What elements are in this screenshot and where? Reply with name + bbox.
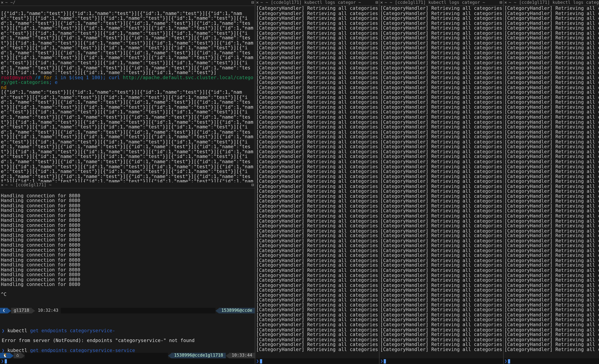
prompt-dir: /# bbox=[35, 75, 41, 80]
log-pane-3[interactable]: ✕ ~ ~ [ccde1gl171] kubectl logs categor … bbox=[503, 0, 599, 364]
port-forward-output: Handling connection for 8080 Handling co… bbox=[1, 193, 80, 287]
close-icon[interactable]: ✕ bbox=[504, 0, 507, 5]
left-column: ✕ ~ ~/ ⊟ [{"id":1,"name":"test"}][{"id":… bbox=[0, 0, 255, 364]
prompt-sigil: ❯ bbox=[2, 328, 5, 333]
end-keyword: nd bbox=[1, 85, 7, 90]
pane2-title: ~ ~ [ccde1gl171] ~ bbox=[5, 183, 52, 187]
menu-icon[interactable]: ⊟ bbox=[251, 183, 254, 187]
menu-icon[interactable]: ⊟ bbox=[500, 0, 502, 5]
kubectl-cmd1-args: get endpoints categoryservice- bbox=[30, 328, 115, 333]
status-time: 10:32:43 bbox=[35, 308, 61, 313]
titlebar-pane1: ✕ ~ ~/ ⊟ bbox=[0, 0, 255, 6]
cmd-tail: ; e bbox=[49, 80, 58, 85]
kubectl-cmd1: kubectl bbox=[8, 328, 30, 333]
titlebar-log3: ✕ ~ ~ [ccde1gl171] kubectl logs categor … bbox=[503, 0, 599, 6]
log-pane-2[interactable]: ✕ ~ ~ [ccde1gl171] kubectl logs categor … bbox=[379, 0, 503, 364]
titlebar-log2: ✕ ~ ~ [ccde1gl171] kubectl logs categor … bbox=[379, 0, 503, 6]
prompt-sigil: ❯ bbox=[2, 347, 5, 353]
titlebar-log1: ✕ ~ ~ [ccde1gl171] kubectl logs categor … bbox=[255, 0, 379, 6]
log-output: [CategoryHandler] Retrieving all categor… bbox=[256, 6, 378, 352]
pane2-body[interactable]: Handling connection for 8080 Handling co… bbox=[0, 188, 255, 353]
log2-title: ~ ~ [ccde1gl171] kubectl logs categor ~ bbox=[385, 0, 485, 5]
log2-bottombar[interactable]: ❯ bbox=[379, 358, 503, 364]
prompt-chevron-icon: ❯ bbox=[380, 359, 383, 364]
log3-title: ~ ~ [ccde1gl171] kubectl logs categor ~ bbox=[509, 0, 599, 5]
status-home-icon: ⌂ bbox=[14, 353, 21, 358]
pane-kubectl[interactable]: ✕ ~ ~ [ccde1gl171] ~ ⊟ Handling connecti… bbox=[0, 182, 255, 364]
status-linux-icon: 🐧 bbox=[0, 353, 10, 358]
log-output: [CategoryHandler] Retrieving all categor… bbox=[504, 6, 599, 352]
kubectl-error: Error from server (NotFound): endpoints … bbox=[2, 338, 253, 343]
kubectl-cmd2-args: get endpoints categoryservice-service bbox=[30, 347, 135, 353]
log-pane-1[interactable]: ✕ ~ ~ [ccde1gl171] kubectl logs categor … bbox=[255, 0, 379, 364]
menu-icon[interactable]: ⊟ bbox=[251, 0, 254, 5]
close-icon[interactable]: ✕ bbox=[1, 0, 3, 5]
cursor bbox=[384, 359, 386, 363]
log1-title: ~ ~ [ccde1gl171] kubectl logs categor ~ bbox=[260, 0, 361, 5]
pane2-statusbar-top: ❮ gl1718 10:32:43 1538996@ccde bbox=[0, 308, 255, 313]
cursor bbox=[260, 359, 262, 363]
left-bottombar[interactable]: ❯ bbox=[0, 358, 255, 364]
cursor bbox=[5, 359, 7, 363]
status-host-seg: gl1718 bbox=[11, 308, 32, 313]
prompt-chevron-icon: ❯ bbox=[256, 359, 259, 364]
for-loop-body: i in $(seq 1 100); curl bbox=[52, 75, 123, 80]
pane-curl[interactable]: ✕ ~ ~/ ⊟ [{"id":1,"name":"test"}][{"id":… bbox=[0, 0, 255, 182]
status-clock: 10:33:44 bbox=[229, 353, 255, 358]
pane1-body[interactable]: [{"id":1,"name":"test"}][{"id":1,"name":… bbox=[0, 6, 255, 182]
status-right: 1538996@ccde bbox=[219, 308, 255, 313]
status-user-host: 1538996@ccde1gl1718 bbox=[171, 353, 226, 358]
close-icon[interactable]: ✕ bbox=[1, 183, 3, 187]
prompt-chevron-icon: ❯ bbox=[1, 359, 4, 364]
log1-body[interactable]: [CategoryHandler] Retrieving all categor… bbox=[255, 6, 379, 358]
log3-body[interactable]: [CategoryHandler] Retrieving all categor… bbox=[503, 6, 599, 358]
close-icon[interactable]: ✕ bbox=[256, 0, 259, 5]
logs-area: ✕ ~ ~ [ccde1gl171] kubectl logs categor … bbox=[255, 0, 599, 364]
prompt-chevron-icon: ❯ bbox=[504, 359, 507, 364]
menu-icon[interactable]: ⊟ bbox=[376, 0, 378, 5]
log3-bottombar[interactable]: ❯ bbox=[503, 358, 599, 364]
for-keyword: for bbox=[44, 75, 52, 80]
pane1-title: ~ ~/ bbox=[5, 0, 16, 5]
json-output-top: [{"id":1,"name":"test"}][{"id":1,"name":… bbox=[1, 11, 253, 76]
ctrl-c: ^C bbox=[1, 292, 7, 297]
log2-body[interactable]: [CategoryHandler] Retrieving all categor… bbox=[379, 6, 503, 358]
log-output: [CategoryHandler] Retrieving all categor… bbox=[380, 6, 502, 352]
mode-segment: ❮ bbox=[0, 308, 8, 313]
log1-bottombar[interactable]: ❯ bbox=[255, 358, 379, 364]
cursor bbox=[508, 359, 510, 363]
close-icon[interactable]: ✕ bbox=[380, 0, 383, 5]
prompt-host: root@myarch bbox=[1, 75, 32, 80]
json-output-mid: [{"id":1,"name":"test"}][{"id":1,"name":… bbox=[1, 90, 253, 182]
titlebar-pane2: ✕ ~ ~ [ccde1gl171] ~ ⊟ bbox=[0, 182, 255, 188]
kubectl-cmd2: kubectl bbox=[8, 347, 30, 353]
left-statusbar-bottom: 🐧 ⌂ 1538996@ccde1gl1718 10:33:44 bbox=[0, 353, 255, 358]
shell-block: ❯ kubectl get endpoints categoryservice-… bbox=[1, 323, 254, 353]
